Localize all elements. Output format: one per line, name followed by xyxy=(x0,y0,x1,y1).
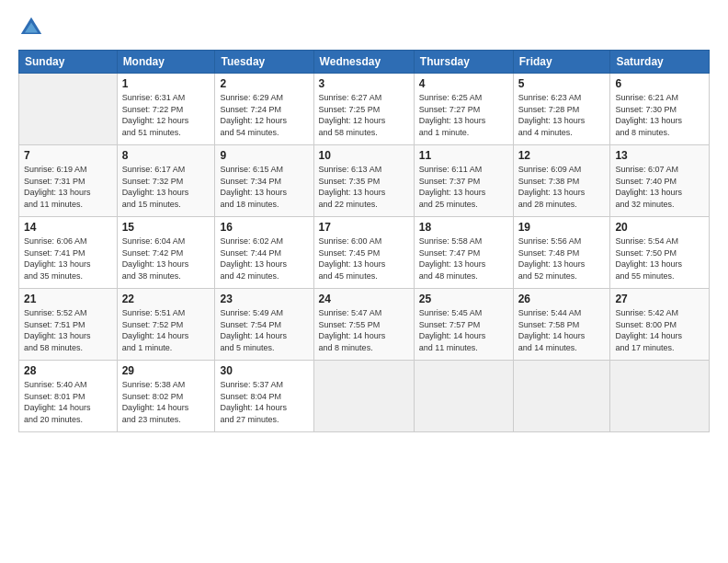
day-info: Sunrise: 6:19 AM Sunset: 7:31 PM Dayligh… xyxy=(24,164,112,210)
calendar-cell xyxy=(610,361,710,432)
weekday-header-wednesday: Wednesday xyxy=(313,51,414,74)
day-number: 30 xyxy=(220,364,308,377)
day-number: 2 xyxy=(220,77,308,90)
day-info: Sunrise: 6:25 AM Sunset: 7:27 PM Dayligh… xyxy=(419,92,508,138)
weekday-header-thursday: Thursday xyxy=(414,51,513,74)
logo xyxy=(18,15,46,40)
calendar-week-row: 1Sunrise: 6:31 AM Sunset: 7:22 PM Daylig… xyxy=(19,74,710,145)
day-number: 12 xyxy=(518,149,606,162)
calendar-cell: 17Sunrise: 6:00 AM Sunset: 7:45 PM Dayli… xyxy=(313,217,414,289)
calendar-cell xyxy=(313,361,414,432)
calendar-cell: 4Sunrise: 6:25 AM Sunset: 7:27 PM Daylig… xyxy=(414,74,513,145)
calendar-cell: 14Sunrise: 6:06 AM Sunset: 7:41 PM Dayli… xyxy=(19,217,118,289)
calendar-cell: 24Sunrise: 5:47 AM Sunset: 7:55 PM Dayli… xyxy=(313,289,414,361)
day-number: 16 xyxy=(220,221,308,234)
day-info: Sunrise: 5:52 AM Sunset: 7:51 PM Dayligh… xyxy=(24,307,112,353)
day-number: 29 xyxy=(122,364,210,377)
calendar-cell: 3Sunrise: 6:27 AM Sunset: 7:25 PM Daylig… xyxy=(313,74,414,145)
day-number: 19 xyxy=(518,221,606,234)
calendar-cell xyxy=(513,361,610,432)
day-info: Sunrise: 5:42 AM Sunset: 8:00 PM Dayligh… xyxy=(615,307,704,353)
calendar-cell: 10Sunrise: 6:13 AM Sunset: 7:35 PM Dayli… xyxy=(313,145,414,217)
calendar-week-row: 7Sunrise: 6:19 AM Sunset: 7:31 PM Daylig… xyxy=(19,145,710,217)
calendar-cell: 21Sunrise: 5:52 AM Sunset: 7:51 PM Dayli… xyxy=(19,289,118,361)
calendar-cell: 6Sunrise: 6:21 AM Sunset: 7:30 PM Daylig… xyxy=(610,74,710,145)
day-number: 11 xyxy=(419,149,508,162)
weekday-header-friday: Friday xyxy=(513,51,610,74)
day-info: Sunrise: 6:00 AM Sunset: 7:45 PM Dayligh… xyxy=(319,236,409,282)
weekday-header-row: SundayMondayTuesdayWednesdayThursdayFrid… xyxy=(19,51,710,74)
day-number: 27 xyxy=(615,293,704,305)
day-info: Sunrise: 6:27 AM Sunset: 7:25 PM Dayligh… xyxy=(319,92,409,138)
day-info: Sunrise: 6:07 AM Sunset: 7:40 PM Dayligh… xyxy=(615,164,704,210)
calendar-cell: 7Sunrise: 6:19 AM Sunset: 7:31 PM Daylig… xyxy=(19,145,118,217)
day-number: 21 xyxy=(24,293,112,305)
page: SundayMondayTuesdayWednesdayThursdayFrid… xyxy=(0,0,728,563)
day-number: 24 xyxy=(319,293,409,305)
calendar-cell: 30Sunrise: 5:37 AM Sunset: 8:04 PM Dayli… xyxy=(215,361,313,432)
day-number: 22 xyxy=(122,293,210,305)
calendar-cell: 25Sunrise: 5:45 AM Sunset: 7:57 PM Dayli… xyxy=(414,289,513,361)
calendar-cell: 11Sunrise: 6:11 AM Sunset: 7:37 PM Dayli… xyxy=(414,145,513,217)
day-number: 23 xyxy=(220,293,308,305)
day-info: Sunrise: 5:54 AM Sunset: 7:50 PM Dayligh… xyxy=(615,236,704,282)
day-info: Sunrise: 5:58 AM Sunset: 7:47 PM Dayligh… xyxy=(419,236,508,282)
calendar-cell: 27Sunrise: 5:42 AM Sunset: 8:00 PM Dayli… xyxy=(610,289,710,361)
day-info: Sunrise: 6:15 AM Sunset: 7:34 PM Dayligh… xyxy=(220,164,308,210)
day-number: 1 xyxy=(122,77,210,90)
calendar-cell: 12Sunrise: 6:09 AM Sunset: 7:38 PM Dayli… xyxy=(513,145,610,217)
day-number: 5 xyxy=(518,77,606,90)
calendar-cell: 9Sunrise: 6:15 AM Sunset: 7:34 PM Daylig… xyxy=(215,145,313,217)
day-info: Sunrise: 6:04 AM Sunset: 7:42 PM Dayligh… xyxy=(122,236,210,282)
day-info: Sunrise: 5:37 AM Sunset: 8:04 PM Dayligh… xyxy=(220,379,308,425)
header xyxy=(18,15,710,40)
day-info: Sunrise: 5:40 AM Sunset: 8:01 PM Dayligh… xyxy=(24,379,112,425)
calendar-cell xyxy=(414,361,513,432)
calendar-cell: 1Sunrise: 6:31 AM Sunset: 7:22 PM Daylig… xyxy=(117,74,215,145)
day-number: 28 xyxy=(24,364,112,377)
day-number: 26 xyxy=(518,293,606,305)
day-info: Sunrise: 6:23 AM Sunset: 7:28 PM Dayligh… xyxy=(518,92,606,138)
day-number: 15 xyxy=(122,221,210,234)
day-number: 13 xyxy=(615,149,704,162)
day-number: 25 xyxy=(419,293,508,305)
day-info: Sunrise: 5:56 AM Sunset: 7:48 PM Dayligh… xyxy=(518,236,606,282)
day-info: Sunrise: 5:47 AM Sunset: 7:55 PM Dayligh… xyxy=(319,307,409,353)
day-info: Sunrise: 6:13 AM Sunset: 7:35 PM Dayligh… xyxy=(319,164,409,210)
day-number: 14 xyxy=(24,221,112,234)
day-info: Sunrise: 5:49 AM Sunset: 7:54 PM Dayligh… xyxy=(220,307,308,353)
calendar-cell: 29Sunrise: 5:38 AM Sunset: 8:02 PM Dayli… xyxy=(117,361,215,432)
day-info: Sunrise: 6:09 AM Sunset: 7:38 PM Dayligh… xyxy=(518,164,606,210)
day-number: 10 xyxy=(319,149,409,162)
calendar-cell: 22Sunrise: 5:51 AM Sunset: 7:52 PM Dayli… xyxy=(117,289,215,361)
logo-icon xyxy=(18,15,44,40)
calendar-cell: 26Sunrise: 5:44 AM Sunset: 7:58 PM Dayli… xyxy=(513,289,610,361)
calendar-cell: 5Sunrise: 6:23 AM Sunset: 7:28 PM Daylig… xyxy=(513,74,610,145)
day-info: Sunrise: 6:31 AM Sunset: 7:22 PM Dayligh… xyxy=(122,92,210,138)
day-info: Sunrise: 6:17 AM Sunset: 7:32 PM Dayligh… xyxy=(122,164,210,210)
day-number: 8 xyxy=(122,149,210,162)
day-info: Sunrise: 5:38 AM Sunset: 8:02 PM Dayligh… xyxy=(122,379,210,425)
day-info: Sunrise: 6:06 AM Sunset: 7:41 PM Dayligh… xyxy=(24,236,112,282)
weekday-header-sunday: Sunday xyxy=(19,51,118,74)
calendar-table: SundayMondayTuesdayWednesdayThursdayFrid… xyxy=(18,50,710,432)
day-number: 9 xyxy=(220,149,308,162)
calendar-cell: 8Sunrise: 6:17 AM Sunset: 7:32 PM Daylig… xyxy=(117,145,215,217)
day-number: 7 xyxy=(24,149,112,162)
day-number: 6 xyxy=(615,77,704,90)
day-number: 18 xyxy=(419,221,508,234)
weekday-header-monday: Monday xyxy=(117,51,215,74)
weekday-header-tuesday: Tuesday xyxy=(215,51,313,74)
day-number: 20 xyxy=(615,221,704,234)
calendar-cell: 13Sunrise: 6:07 AM Sunset: 7:40 PM Dayli… xyxy=(610,145,710,217)
day-info: Sunrise: 6:11 AM Sunset: 7:37 PM Dayligh… xyxy=(419,164,508,210)
day-info: Sunrise: 5:44 AM Sunset: 7:58 PM Dayligh… xyxy=(518,307,606,353)
calendar-week-row: 28Sunrise: 5:40 AM Sunset: 8:01 PM Dayli… xyxy=(19,361,710,432)
day-info: Sunrise: 6:02 AM Sunset: 7:44 PM Dayligh… xyxy=(220,236,308,282)
day-info: Sunrise: 5:51 AM Sunset: 7:52 PM Dayligh… xyxy=(122,307,210,353)
calendar-cell xyxy=(19,74,118,145)
day-info: Sunrise: 6:21 AM Sunset: 7:30 PM Dayligh… xyxy=(615,92,704,138)
calendar-week-row: 14Sunrise: 6:06 AM Sunset: 7:41 PM Dayli… xyxy=(19,217,710,289)
calendar-cell: 19Sunrise: 5:56 AM Sunset: 7:48 PM Dayli… xyxy=(513,217,610,289)
calendar-cell: 16Sunrise: 6:02 AM Sunset: 7:44 PM Dayli… xyxy=(215,217,313,289)
